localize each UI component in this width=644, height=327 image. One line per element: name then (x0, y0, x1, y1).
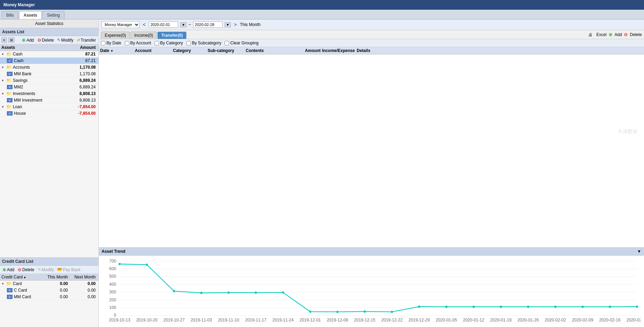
add-label[interactable]: Add (615, 32, 622, 37)
svg-point-29 (472, 306, 475, 308)
svg-text:300: 300 (109, 289, 116, 295)
folder-icon: 📁 (6, 52, 11, 57)
asset-item-cash[interactable]: ≡ Cash 87.21 (0, 58, 98, 64)
credit-modify-button[interactable]: ✎ Modify (37, 267, 55, 273)
credit-item-mmcard[interactable]: ≡ MM Card 0.00 0.00 (0, 294, 98, 300)
filter-bar: Money Manager < ▼ ~ ▼ > This Month (99, 19, 644, 30)
asset-group-investments[interactable]: ▼ 📁 Investments 8,808.13 (0, 91, 98, 97)
group-by-account[interactable]: By Account (125, 41, 151, 45)
print-icon[interactable]: 🖨 (588, 32, 592, 37)
col-date-header: Date ▼ (100, 48, 135, 53)
col-credit-card-label: Credit Card ▲ (1, 275, 42, 279)
svg-text:2019-12-22: 2019-12-22 (381, 317, 403, 322)
this-month-label: This Month (240, 22, 260, 27)
svg-point-23 (309, 310, 311, 313)
tab-transfer[interactable]: Transfer(0) (157, 32, 186, 39)
credit-payback-button[interactable]: 💳 Pay Back (56, 267, 81, 273)
svg-text:2020-02-16: 2020-02-16 (599, 317, 621, 322)
transfer-icon: ⇄ (77, 38, 80, 42)
account-select[interactable]: Money Manager (102, 21, 140, 28)
svg-point-24 (337, 311, 339, 313)
date-to-input[interactable] (193, 21, 223, 28)
svg-point-16 (119, 263, 121, 265)
svg-point-35 (636, 306, 638, 308)
asset-group-loan[interactable]: ▼ 📁 Loan -7,854.00 (0, 104, 98, 110)
date-from-input[interactable] (149, 21, 178, 28)
tab-assets[interactable]: Assets (19, 11, 42, 19)
svg-point-22 (282, 291, 284, 294)
date-sort-icon[interactable]: ▼ (110, 49, 113, 53)
chart-header: Asset Trend ▼ (99, 248, 644, 256)
assets-delete-button[interactable]: ⊖ Delete (36, 37, 55, 43)
asset-statistics-header: Asset Statistics (0, 19, 98, 28)
asset-group-cash[interactable]: ▼ 📁 Cash 87.21 (0, 51, 98, 58)
assets-modify-button[interactable]: ✎ Modify (56, 37, 74, 43)
trend-chart-svg: 0 100 200 300 400 500 600 700 (102, 257, 641, 325)
asset-item-mm2[interactable]: ≡ MM2 6,889.24 (0, 84, 98, 91)
credit-group-card[interactable]: ▼ 📁 Card 0.00 0.00 (0, 281, 98, 287)
transaction-area: 스크린샷 (99, 54, 644, 247)
folder-icon: 📁 (6, 281, 11, 286)
col-contents-header: Contents (246, 48, 294, 53)
asset-statistics-label: Asset Statistics (35, 21, 63, 26)
date-prev-button[interactable]: < (142, 22, 147, 27)
svg-text:2019-12-15: 2019-12-15 (354, 317, 376, 322)
assets-add-button[interactable]: ⊕ Add (21, 37, 35, 43)
group-by-subcategory[interactable]: By Subcategory (186, 41, 221, 45)
account-icon: ≡ (7, 98, 12, 102)
group-by-category[interactable]: By Category (155, 41, 183, 45)
date-next-button[interactable]: > (233, 22, 238, 27)
account-icon: ≡ (7, 59, 12, 63)
assets-transfer-button[interactable]: ⇄ Transfer (76, 37, 97, 43)
svg-point-17 (146, 264, 148, 266)
svg-text:2019-10-27: 2019-10-27 (163, 317, 185, 322)
watermark: 스크린샷 (618, 128, 637, 135)
expand-icon: ▼ (1, 53, 4, 56)
col-category-header: Category (173, 48, 208, 53)
credit-section: Credit Card List ⊕ Add ⊖ Delete ✎ Modify… (0, 258, 98, 327)
tab-setting[interactable]: Setting (42, 11, 64, 19)
credit-delete-button[interactable]: ⊖ Delete (17, 267, 35, 273)
calendar-from-button[interactable]: ▼ (180, 22, 186, 27)
svg-point-27 (418, 306, 420, 308)
svg-text:2019-11-03: 2019-11-03 (191, 317, 212, 322)
svg-text:2020-02-23: 2020-02-23 (626, 317, 641, 322)
modify-icon: ✎ (38, 267, 41, 272)
asset-item-mminvestment[interactable]: ≡ MM Investment 8,808.13 (0, 97, 98, 104)
app-title: Money Manager (3, 2, 35, 7)
delete-label[interactable]: Delete (630, 32, 642, 37)
title-bar: Money Manager (0, 0, 644, 10)
tab-income[interactable]: Income(0) (130, 32, 157, 39)
assets-view-btn1[interactable]: ≡ (1, 37, 7, 43)
expand-icon: ▼ (1, 282, 4, 285)
credit-column-header: Credit Card ▲ This Month Next Month (0, 274, 98, 281)
chart-title: Asset Trend (102, 249, 125, 254)
expand-icon: ▼ (1, 92, 4, 95)
group-by-date[interactable]: By Date (101, 41, 121, 45)
assets-section: Assets List ≡ ⊞ ⊕ Add ⊖ Delete ✎ Modify (0, 28, 98, 258)
svg-point-28 (445, 306, 447, 308)
asset-item-house[interactable]: ≡ House -7,854.00 (0, 110, 98, 117)
tab-expense[interactable]: Expense(0) (101, 32, 130, 39)
credit-item-ccard[interactable]: ≡ C Card 0.00 0.00 (0, 287, 98, 294)
assets-view-btn2[interactable]: ⊞ (8, 37, 15, 43)
svg-text:2020-02-09: 2020-02-09 (572, 317, 593, 322)
add-icon: ⊕ (22, 37, 26, 43)
svg-text:2020-02-02: 2020-02-02 (545, 317, 566, 322)
calendar-to-button[interactable]: ▼ (225, 22, 231, 27)
tab-bills[interactable]: Bills (2, 11, 18, 19)
asset-item-mmbank[interactable]: ≡ MM Bank 1,170.08 (0, 71, 98, 77)
excel-label[interactable]: Excel (597, 32, 607, 37)
svg-text:700: 700 (109, 258, 116, 264)
asset-group-accounts[interactable]: ▼ 📁 Accounts 1,170.08 (0, 64, 98, 71)
assets-table: ▼ 📁 Cash 87.21 ≡ Cash 87.21 ▼ (0, 51, 98, 257)
svg-text:2019-12-01: 2019-12-01 (299, 317, 321, 322)
main-layout: Asset Statistics Assets List ≡ ⊞ ⊕ Add ⊖… (0, 19, 644, 327)
clear-grouping[interactable]: Clear Grouping (225, 41, 258, 45)
asset-group-savings[interactable]: ▼ 📁 Savings 6,889.24 (0, 77, 98, 84)
chart-collapse-icon[interactable]: ▼ (637, 249, 641, 254)
col-ie-header: Income/Expense (322, 48, 357, 53)
col-amount-label: Amount (69, 45, 97, 50)
credit-add-button[interactable]: ⊕ Add (1, 267, 15, 273)
col-subcategory-header: Sub-category (208, 48, 246, 53)
